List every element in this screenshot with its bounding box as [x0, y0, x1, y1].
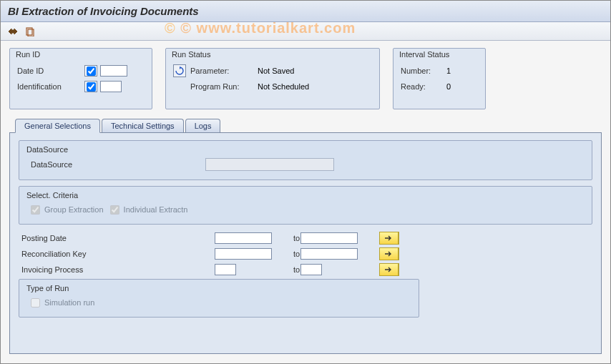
- reconciliation-key-from-input[interactable]: [215, 248, 272, 260]
- date-id-input[interactable]: [100, 65, 127, 77]
- number-value: 1: [446, 67, 451, 75]
- run-id-group: Run ID Date ID Identification: [9, 48, 152, 109]
- select-criteria-group: Select. Criteria Group Extraction Indivi…: [19, 186, 592, 225]
- top-panels: Run ID Date ID Identification Run Status…: [1, 41, 610, 117]
- tab-technical-settings[interactable]: Technical Settings: [102, 119, 184, 132]
- simulation-run-checkbox: Simulation run: [26, 295, 94, 310]
- datasource-group: DataSource DataSource: [19, 140, 592, 180]
- posting-date-from-input[interactable]: [215, 232, 272, 244]
- refresh-icon[interactable]: [173, 64, 186, 77]
- number-label: Number:: [401, 67, 444, 75]
- posting-date-multiselect-button[interactable]: [379, 232, 399, 245]
- tabs: General Selections Technical Settings Lo…: [9, 117, 602, 132]
- group-extraction-label: Group Extraction: [44, 205, 104, 214]
- parameter-value: Not Saved: [258, 67, 294, 75]
- toolbar: [1, 22, 610, 41]
- invoicing-process-to-input[interactable]: [300, 264, 322, 275]
- invoicing-process-multiselect-button[interactable]: [379, 263, 399, 276]
- run-status-title: Run Status: [172, 50, 210, 59]
- individual-extraction-checkbox: Individual Extractn: [106, 202, 188, 217]
- invoicing-process-row: Invoicing Process to: [21, 262, 592, 277]
- posting-date-to-input[interactable]: [300, 232, 358, 244]
- datasource-input: [205, 158, 334, 171]
- simulation-run-label: Simulation run: [44, 298, 94, 307]
- ready-label: Ready:: [401, 82, 444, 91]
- interval-status-title: Interval Status: [399, 50, 449, 59]
- type-of-run-title: Type of Run: [26, 284, 411, 292]
- group-extraction-checkbox: Group Extraction: [26, 202, 104, 217]
- run-id-title: Run ID: [16, 50, 40, 59]
- individual-extraction-label: Individual Extractn: [124, 205, 188, 214]
- posting-date-to-label: to: [272, 234, 300, 242]
- reconciliation-key-label: Reconciliation Key: [21, 250, 136, 258]
- posting-date-row: Posting Date to: [21, 230, 592, 246]
- title-bar: BI Extraction of Invoicing Documents: [1, 1, 610, 22]
- select-criteria-title: Select. Criteria: [26, 191, 585, 200]
- date-id-checkbox[interactable]: [84, 65, 97, 77]
- datasource-label: DataSource: [26, 160, 205, 169]
- tab-general-selections[interactable]: General Selections: [15, 119, 100, 133]
- tab-logs[interactable]: Logs: [185, 119, 221, 132]
- identification-label: Identification: [17, 82, 82, 91]
- posting-date-label: Posting Date: [21, 234, 136, 242]
- program-run-value: Not Scheduled: [258, 82, 309, 91]
- program-run-label: Program Run:: [190, 82, 255, 91]
- invoicing-process-from-input[interactable]: [215, 264, 236, 275]
- identification-checkbox[interactable]: [84, 81, 97, 92]
- page-title: BI Extraction of Invoicing Documents: [8, 5, 603, 17]
- datasource-group-title: DataSource: [26, 145, 585, 154]
- copy-icon[interactable]: [24, 25, 36, 38]
- run-status-group: Run Status Parameter: Not Saved Program …: [165, 48, 380, 109]
- invoicing-process-to-label: to: [272, 265, 300, 274]
- identification-input[interactable]: [100, 81, 122, 92]
- reconciliation-key-row: Reconciliation Key to: [21, 246, 592, 262]
- reconciliation-key-multiselect-button[interactable]: [379, 247, 399, 260]
- execute-icon[interactable]: [6, 25, 19, 38]
- reconciliation-key-to-label: to: [272, 250, 300, 258]
- tab-area: General Selections Technical Settings Lo…: [1, 117, 610, 354]
- reconciliation-key-to-input[interactable]: [300, 248, 358, 260]
- invoicing-process-label: Invoicing Process: [21, 265, 136, 274]
- date-id-label: Date ID: [17, 67, 82, 75]
- interval-status-group: Interval Status Number: 1 Ready: 0: [393, 48, 486, 109]
- ready-value: 0: [446, 82, 451, 91]
- tab-body: DataSource DataSource Select. Criteria G…: [9, 132, 602, 354]
- parameter-label: Parameter:: [190, 67, 255, 75]
- type-of-run-group: Type of Run Simulation run: [19, 279, 419, 318]
